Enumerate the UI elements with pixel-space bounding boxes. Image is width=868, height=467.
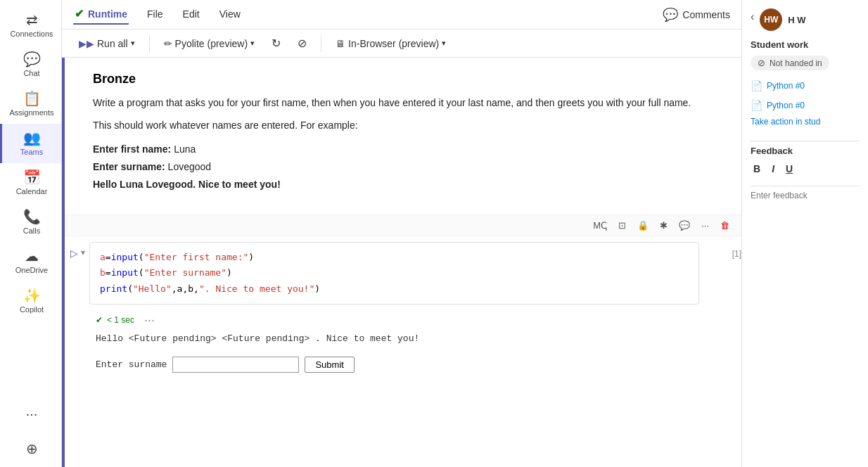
markdown-para2: This should work whatever names are ente… [93, 117, 720, 133]
code-block: a=input("Enter first name:") b=input("En… [89, 242, 699, 304]
menu-edit[interactable]: Edit [181, 6, 201, 24]
toolbar-sep-2 [321, 35, 321, 52]
code-print: print [100, 283, 127, 294]
username-label: H W [788, 15, 805, 25]
notebook-content: Bronze Write a program that asks you for… [62, 58, 741, 467]
sidebar-add[interactable]: ⊕ [0, 435, 61, 463]
cell-add-btn[interactable]: ⊡ [615, 218, 630, 233]
code-var-b: b [100, 267, 106, 278]
sidebar-label-chat: Chat [23, 69, 39, 77]
inbrowser-chevron-icon: ▾ [442, 39, 446, 48]
menu-runtime-label: Runtime [88, 8, 127, 20]
surname-input[interactable] [172, 357, 299, 373]
feedback-toolbar: B I U [751, 162, 860, 176]
inbrowser-dropdown[interactable]: 🖥 In-Browser (preview) ▾ [330, 35, 452, 52]
calendar-icon: 📅 [23, 170, 41, 184]
sidebar-label-onedrive: OneDrive [15, 266, 48, 274]
calls-icon: 📞 [23, 210, 41, 224]
cell-code-content: a=input("Enter first name:") b=input("En… [89, 242, 713, 304]
feedback-divider [751, 186, 860, 186]
inbrowser-label: In-Browser (preview) [348, 38, 439, 49]
underline-button[interactable]: U [783, 162, 796, 176]
pyolite-dropdown[interactable]: ✏ Pyolite (preview) ▾ [158, 35, 260, 52]
cell-status: ✔ < 1 sec ··· [65, 310, 741, 329]
example-label1: Enter first name: [93, 143, 171, 155]
pyolite-chevron-icon: ▾ [250, 39, 255, 48]
comments-label: Comments [682, 9, 730, 20]
cell-more-dots[interactable]: ··· [139, 313, 155, 328]
example-label2: Enter surname: [93, 161, 165, 172]
stop-button[interactable]: ⊘ [292, 34, 312, 53]
cell-number: [1] [713, 242, 741, 259]
cell-markdown-btn[interactable]: Mↅ [589, 218, 611, 233]
sidebar-item-assignments[interactable]: 📋 Assignments [0, 84, 61, 124]
sidebar-more[interactable]: ··· [0, 399, 61, 428]
add-icon: ⊕ [26, 442, 38, 456]
menu-runtime[interactable]: ✔ Runtime [73, 4, 129, 25]
code-string-2: "Enter surname" [144, 267, 226, 278]
code-string-3: "Hello" [133, 283, 172, 294]
stop-icon: ⊘ [298, 37, 307, 50]
sidebar-item-calendar[interactable]: 📅 Calendar [0, 163, 61, 203]
example-value1: Luna [174, 143, 196, 155]
toolbar: ▶▶ Run all ▾ ✏ Pyolite (preview) ▾ ↻ ⊘ 🖥… [62, 30, 741, 58]
sidebar-item-connections[interactable]: ⇄ Connections [0, 6, 61, 45]
sidebar: ⇄ Connections 💬 Chat 📋 Assignments 👥 Tea… [0, 0, 62, 467]
sidebar-item-copilot[interactable]: ✨ Copilot [0, 281, 61, 321]
menu-file[interactable]: File [146, 6, 165, 24]
file1-label: Python #0 [767, 81, 805, 91]
comments-button[interactable]: 💬 Comments [663, 7, 730, 23]
right-panel: ‹ HW H W Student work ⊘ Not handed in 📄 … [741, 0, 868, 467]
toolbar-sep-1 [149, 35, 150, 52]
example-value2: Lovegood [168, 161, 212, 172]
take-action-link[interactable]: Take action in stud [751, 117, 860, 127]
file-item-1[interactable]: 📄 Python #0 [751, 77, 860, 94]
file-icon-1: 📄 [751, 80, 762, 91]
run-cell-button[interactable]: ▷ [70, 248, 78, 259]
panel-divider [751, 141, 860, 141]
pyolite-label: Pyolite (preview) [175, 38, 248, 49]
run-all-dropdown-icon: ▾ [131, 39, 135, 48]
user-avatar: HW [760, 8, 782, 31]
markdown-title: Bronze [93, 72, 720, 87]
cell-toolbar: Mↅ ⊡ 🔒 ✱ 💬 ··· 🗑 [65, 215, 741, 236]
student-work-label: Student work [751, 39, 860, 50]
code-input-1: input [111, 252, 139, 262]
input-row: Enter surname Submit [65, 351, 741, 378]
sidebar-label-assignments: Assignments [10, 108, 54, 117]
run-all-button[interactable]: ▶▶ Run all ▾ [73, 35, 141, 52]
collapse-button[interactable]: ▾ [81, 248, 85, 257]
feedback-input[interactable] [751, 191, 860, 200]
cell-output-area: Hello <Future pending> <Future pending> … [65, 329, 741, 351]
sidebar-item-onedrive[interactable]: ☁ OneDrive [0, 242, 61, 281]
sidebar-item-calls[interactable]: 📞 Calls [0, 203, 61, 242]
cell-star-btn[interactable]: ✱ [656, 218, 671, 233]
cell-time: < 1 sec [107, 315, 134, 325]
sidebar-label-copilot: Copilot [20, 305, 44, 314]
refresh-button[interactable]: ↻ [266, 34, 286, 53]
cell-delete-btn[interactable]: 🗑 [717, 218, 733, 233]
sidebar-item-teams[interactable]: 👥 Teams [0, 124, 61, 163]
sidebar-item-chat[interactable]: 💬 Chat [0, 45, 61, 84]
pyolite-icon: ✏ [164, 38, 172, 49]
submit-button[interactable]: Submit [305, 357, 354, 373]
bold-button[interactable]: B [751, 162, 763, 176]
panel-collapse-button[interactable]: ‹ [751, 11, 754, 23]
markdown-para1: Write a program that asks you for your f… [93, 95, 720, 110]
cell-more-btn[interactable]: ··· [698, 218, 713, 233]
cell-lock-btn[interactable]: 🔒 [634, 218, 652, 233]
file-item-2[interactable]: 📄 Python #0 [751, 97, 860, 114]
menu-view[interactable]: View [218, 6, 242, 24]
italic-button[interactable]: I [769, 162, 777, 176]
sidebar-label-teams: Teams [20, 148, 43, 156]
chat-icon: 💬 [23, 52, 41, 66]
notebook-area: Bronze Write a program that asks you for… [62, 58, 741, 467]
code-line-1: a=input("Enter first name:") [100, 250, 689, 265]
cell-comment-btn[interactable]: 💬 [675, 218, 694, 233]
assignments-icon: 📋 [23, 91, 41, 105]
check-icon: ✔ [96, 315, 103, 325]
input-label: Enter surname [96, 359, 167, 370]
output-line: Hello <Future pending> <Future pending> … [96, 333, 732, 344]
comments-icon: 💬 [663, 7, 678, 23]
markdown-cell: Bronze Write a program that asks you for… [65, 58, 741, 215]
